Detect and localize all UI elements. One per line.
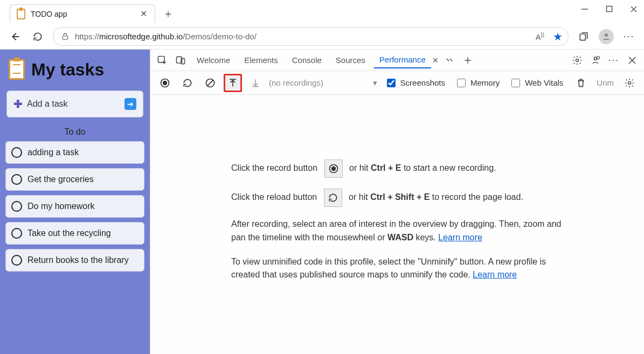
dropdown-chevron-icon[interactable]: ▾ [373,78,377,88]
svg-point-19 [163,80,167,85]
svg-point-14 [594,57,597,60]
devtools-close-icon[interactable] [625,53,640,68]
task-label: Take out the recycling [27,228,111,239]
window-close-icon[interactable] [630,5,638,13]
back-button[interactable] [8,29,23,44]
device-emulation-icon[interactable] [173,53,188,68]
app-panel: My tasks ✚ Add a task ➔ To do adding a t… [0,50,150,354]
performance-instructions: Click the record button or hit Ctrl + E … [150,95,644,354]
devtools-tab-bar: Welcome Elements Console Sources Perform… [150,50,644,71]
learn-more-link[interactable]: Learn more [473,270,517,279]
performance-toolbar: (no recordings) ▾ Screenshots Memory Web… [150,71,644,95]
new-tab-button[interactable]: ＋ [163,6,174,21]
window-minimize-icon[interactable] [581,5,588,13]
svg-point-26 [628,81,631,84]
section-title: To do [5,127,144,137]
add-panel-button[interactable] [460,53,475,68]
memory-checkbox[interactable]: Memory [455,77,500,89]
clipboard-icon [9,59,25,80]
record-button[interactable] [156,74,174,92]
submit-arrow-button[interactable]: ➔ [124,98,136,110]
add-task-input[interactable]: ✚ Add a task ➔ [6,91,143,117]
load-profile-button[interactable] [224,74,242,92]
web-vitals-label: Web Vitals [525,78,563,87]
svg-rect-1 [607,6,612,12]
tab-favicon-icon [17,9,25,19]
svg-rect-6 [580,34,585,40]
inspect-element-icon[interactable] [155,53,170,68]
more-menu-button[interactable]: ··· [621,29,636,44]
svg-line-21 [207,80,213,86]
task-item[interactable]: Do my homework [5,195,144,218]
tab-performance[interactable]: Performance [374,52,431,68]
toolbar-settings-gear-icon[interactable] [620,74,639,92]
screenshots-label: Screenshots [400,78,445,87]
refresh-button[interactable] [30,29,45,44]
window-maximize-icon[interactable] [606,5,613,13]
tab-strip: TODO app ✕ ＋ [0,0,644,24]
read-aloud-icon[interactable]: A)) [536,32,544,41]
feedback-icon[interactable] [588,53,603,68]
svg-point-15 [597,56,600,59]
settings-gear-icon[interactable] [570,53,585,68]
tab-console[interactable]: Console [287,52,327,68]
memory-label: Memory [470,78,500,87]
tab-welcome[interactable]: Welcome [191,52,236,68]
task-label: Return books to the library [27,255,129,266]
screenshots-checkbox[interactable]: Screenshots [385,77,445,89]
save-profile-button[interactable] [246,74,265,92]
overflow-chevron-icon[interactable] [442,53,457,68]
toolbar: https://microsoftedge.github.io/Demos/de… [0,24,644,50]
add-task-label: Add a task [27,99,124,109]
garbage-collect-icon[interactable] [572,74,590,92]
tab-sources[interactable]: Sources [330,52,371,68]
plus-icon: ✚ [13,98,23,110]
collections-icon[interactable] [576,29,591,44]
task-item[interactable]: Return books to the library [5,249,144,272]
address-bar[interactable]: https://microsoftedge.github.io/Demos/de… [53,27,569,46]
svg-rect-5 [63,36,67,39]
clear-button[interactable] [201,74,219,92]
url-text: https://microsoftedge.github.io/Demos/de… [75,32,530,41]
inline-reload-icon [324,189,342,207]
task-item[interactable]: Get the groceries [5,168,144,191]
reload-record-button[interactable] [178,74,197,92]
task-circle-icon[interactable] [11,228,22,239]
tab-title: TODO app [31,10,138,18]
tab-elements[interactable]: Elements [239,52,283,68]
learn-more-link[interactable]: Learn more [438,233,482,242]
inline-record-icon [324,159,343,178]
browser-tab[interactable]: TODO app ✕ [10,4,155,23]
svg-point-7 [605,33,608,37]
task-circle-icon[interactable] [11,255,22,266]
devtools-more-icon[interactable]: ··· [606,53,621,68]
task-circle-icon[interactable] [11,201,22,212]
devtools-panel: Welcome Elements Console Sources Perform… [150,50,644,354]
favorite-star-icon[interactable]: ★ [553,30,563,43]
task-circle-icon[interactable] [11,174,22,185]
profile-avatar[interactable] [599,29,614,44]
lock-icon [61,32,70,41]
task-list: adding a task Get the groceries Do my ho… [5,141,144,272]
svg-point-13 [576,59,579,61]
app-title: My tasks [31,60,104,80]
tab-performance-close-icon[interactable]: ✕ [432,56,439,65]
task-item[interactable]: Take out the recycling [5,222,144,245]
recordings-placeholder: (no recordings) [269,78,323,87]
task-item[interactable]: adding a task [5,141,144,164]
task-label: Do my homework [27,201,94,212]
task-circle-icon[interactable] [11,147,22,158]
unminify-label[interactable]: Unm [597,78,614,87]
web-vitals-checkbox[interactable]: Web Vitals [509,77,563,89]
tab-close-icon[interactable]: ✕ [138,9,149,19]
task-label: Get the groceries [27,174,94,185]
task-label: adding a task [27,147,79,158]
svg-point-28 [331,166,335,171]
